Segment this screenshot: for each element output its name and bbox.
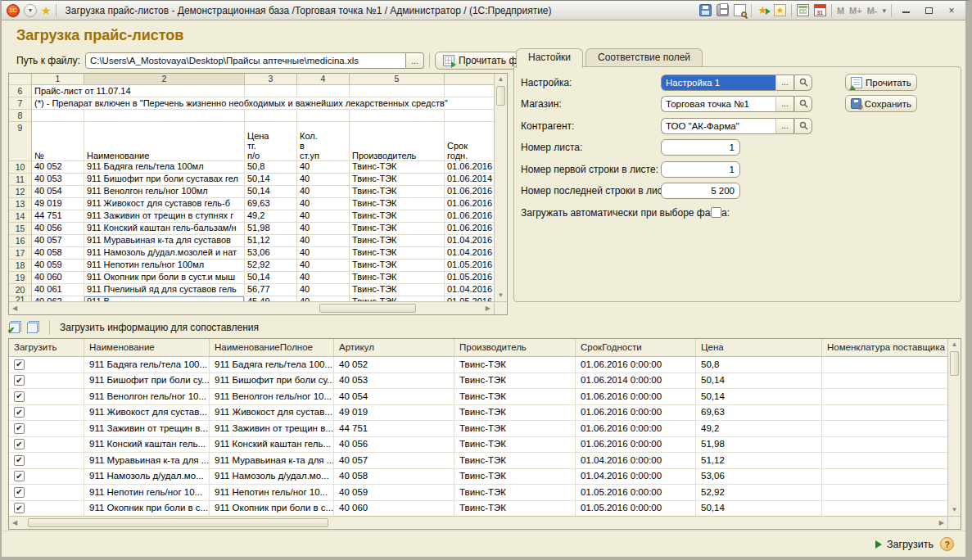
sheet-cell[interactable]: 50,14 bbox=[245, 186, 297, 198]
scroll-right-icon[interactable]: ▶ bbox=[939, 517, 944, 529]
table-cell[interactable]: 911 Бадяга гель/тела 100... bbox=[84, 357, 210, 373]
sheet-cell[interactable]: 40 bbox=[297, 198, 350, 210]
load-button[interactable]: Загрузить bbox=[875, 539, 934, 550]
table-cell[interactable] bbox=[822, 421, 947, 436]
scroll-down-icon[interactable]: ▼ bbox=[948, 507, 961, 513]
table-cell[interactable]: 911 Венолгон гель/ног 10... bbox=[84, 389, 210, 404]
sheet-cell[interactable] bbox=[445, 97, 494, 110]
lookup-button[interactable] bbox=[794, 96, 812, 112]
sheet-cell[interactable]: 40 bbox=[297, 161, 350, 174]
column-header[interactable]: СрокГодности bbox=[576, 339, 696, 356]
sheet-cell[interactable]: 911 Окопник при боли в суст.и мыш bbox=[84, 272, 245, 284]
table-cell[interactable] bbox=[822, 501, 947, 517]
table-cell[interactable]: 911 Бишофит при боли су... bbox=[84, 373, 210, 389]
sheet-cell[interactable]: 911 Бишофит при боли суставах гел bbox=[84, 174, 245, 186]
column-header[interactable]: Наименование bbox=[84, 339, 210, 356]
sheet-cell[interactable]: Наименование bbox=[84, 122, 245, 161]
sheet-cell[interactable]: 40 059 bbox=[32, 260, 84, 272]
maximize-button[interactable] bbox=[920, 4, 938, 17]
row-checkbox[interactable]: ✔ bbox=[14, 391, 25, 402]
table-cell[interactable]: 01.06.2016 0:00:00 bbox=[576, 421, 696, 436]
memory-plus-button[interactable]: M+ bbox=[849, 6, 862, 16]
sheet-cell[interactable]: 01.06.2016 bbox=[445, 210, 494, 223]
table-row[interactable]: ✔911 Непотин гель/ног 10...911 Непотин г… bbox=[9, 485, 947, 501]
sheet-cell[interactable]: 01.06.2016 bbox=[445, 223, 494, 235]
table-cell[interactable]: 01.04.2016 0:00:00 bbox=[576, 453, 696, 468]
sheet-row-number[interactable]: 13 bbox=[9, 198, 32, 210]
table-cell[interactable]: 40 059 bbox=[334, 485, 454, 500]
sheet-cell[interactable]: 53,06 bbox=[245, 247, 297, 260]
sheet-row-number[interactable]: 7 bbox=[9, 97, 32, 110]
sheet-cell[interactable] bbox=[297, 110, 350, 122]
sheet-cell[interactable]: 51,98 bbox=[245, 223, 297, 235]
sheet-row-number[interactable]: 17 bbox=[9, 247, 32, 260]
sheet-cell[interactable]: Цена тг. п/о bbox=[245, 122, 297, 161]
row-checkbox[interactable]: ✔ bbox=[14, 375, 25, 386]
table-cell[interactable]: 49 019 bbox=[334, 405, 454, 421]
table-cell[interactable]: 01.06.2016 0:00:00 bbox=[576, 437, 696, 453]
table-cell[interactable]: 01.06.2016 0:00:00 bbox=[576, 357, 696, 373]
sheet-cell[interactable]: 44 751 bbox=[32, 210, 84, 223]
sheet-cell[interactable] bbox=[245, 110, 297, 122]
sheet-cell[interactable]: 40 bbox=[297, 223, 350, 235]
browse-button[interactable]: ... bbox=[775, 118, 794, 134]
table-row[interactable]: ✔911 Бишофит при боли су...911 Бишофит п… bbox=[9, 373, 947, 390]
table-cell[interactable]: 911 Заживин от трещин в... bbox=[84, 421, 210, 436]
save-settings-button[interactable]: ⚙ Сохранить bbox=[845, 95, 917, 112]
table-cell[interactable]: 53,06 bbox=[696, 469, 822, 485]
table-cell[interactable]: 911 Бишофит при боли су... bbox=[210, 373, 334, 389]
table-cell[interactable]: 01.06.2016 0:00:00 bbox=[576, 405, 696, 421]
sheet-row-number[interactable]: 19 bbox=[9, 272, 32, 284]
sheet-cell[interactable]: 40 bbox=[297, 235, 350, 247]
column-header[interactable]: Артикул bbox=[334, 339, 454, 356]
sheet-cell[interactable]: 40 bbox=[297, 272, 350, 284]
scrollbar-thumb[interactable] bbox=[319, 304, 416, 313]
table-cell[interactable]: 01.06.2014 0:00:00 bbox=[576, 373, 696, 389]
table-cell[interactable]: Твинс-ТЭК bbox=[454, 469, 576, 485]
sheet-cell[interactable]: 911 Непотин гель/ног 100мл bbox=[84, 260, 245, 272]
sheet-cell[interactable]: 40 056 bbox=[32, 223, 84, 235]
add-favorite-icon[interactable]: ★ bbox=[757, 4, 769, 16]
sheet-cell[interactable]: 01.04.2016 bbox=[445, 284, 494, 296]
check-all-icon[interactable]: ✔ bbox=[8, 321, 21, 334]
sheet-cell[interactable]: 01.06.2016 bbox=[445, 161, 494, 174]
sheet-cell[interactable]: 01.06.2014 bbox=[445, 174, 494, 186]
minimize-button[interactable] bbox=[897, 4, 915, 17]
scroll-down-icon[interactable]: ▼ bbox=[495, 292, 507, 299]
table-cell[interactable]: 911 Венолгон гель/ног 10... bbox=[210, 389, 334, 404]
browse-button[interactable]: ... bbox=[775, 96, 794, 112]
table-cell[interactable]: 49,2 bbox=[696, 421, 822, 436]
sheet-row-number[interactable]: 14 bbox=[9, 210, 32, 223]
table-cell[interactable]: Твинс-ТЭК bbox=[454, 389, 576, 404]
scroll-left-icon[interactable]: ◀ bbox=[12, 517, 17, 529]
last-row-input[interactable] bbox=[661, 183, 740, 199]
table-cell[interactable]: 911 Конский каштан гель... bbox=[84, 437, 210, 453]
table-cell[interactable] bbox=[822, 389, 947, 404]
row-checkbox[interactable]: ✔ bbox=[14, 455, 25, 466]
sheet-cell[interactable]: 01.04.2016 bbox=[445, 247, 494, 260]
help-button[interactable]: ? bbox=[940, 537, 954, 551]
table-cell[interactable]: 51,98 bbox=[696, 437, 822, 453]
table-row[interactable]: ✔911 Конский каштан гель...911 Конский к… bbox=[9, 437, 947, 454]
table-cell[interactable]: Твинс-ТЭК bbox=[454, 421, 576, 436]
table-cell[interactable]: Твинс-ТЭК bbox=[454, 373, 576, 389]
scrollbar-thumb[interactable] bbox=[496, 86, 505, 106]
sheet-cell[interactable]: Кол. в ст.уп bbox=[297, 122, 350, 161]
browse-button[interactable]: ... bbox=[775, 75, 794, 91]
sheet-cell[interactable]: 56,77 bbox=[245, 284, 297, 296]
sheet-cell[interactable]: Твинс-ТЭК bbox=[350, 235, 445, 247]
table-cell[interactable]: 911 Живокост для сустав... bbox=[210, 405, 334, 421]
sheet-cell[interactable]: № bbox=[32, 122, 84, 161]
favorites-star-icon[interactable]: ★ bbox=[41, 5, 52, 16]
sheet-cell[interactable] bbox=[245, 85, 297, 97]
table-cell[interactable]: 50,14 bbox=[696, 389, 822, 404]
sheet-cell[interactable]: Твинс-ТЭК bbox=[350, 186, 445, 198]
table-cell[interactable]: 40 060 bbox=[334, 501, 454, 517]
sheet-cell[interactable]: 911 Конский каштан гель-бальзам/н bbox=[84, 223, 245, 235]
table-row[interactable]: ✔911 Бадяга гель/тела 100...911 Бадяга г… bbox=[9, 357, 947, 373]
sheet-row-number[interactable]: 11 bbox=[9, 174, 32, 186]
sheet-cell[interactable]: 51,12 bbox=[245, 235, 297, 247]
row-checkbox[interactable]: ✔ bbox=[14, 439, 25, 449]
lookup-button[interactable] bbox=[794, 75, 812, 91]
sheet-cell[interactable]: Прайс-лист от 11.07.14 bbox=[32, 85, 84, 97]
